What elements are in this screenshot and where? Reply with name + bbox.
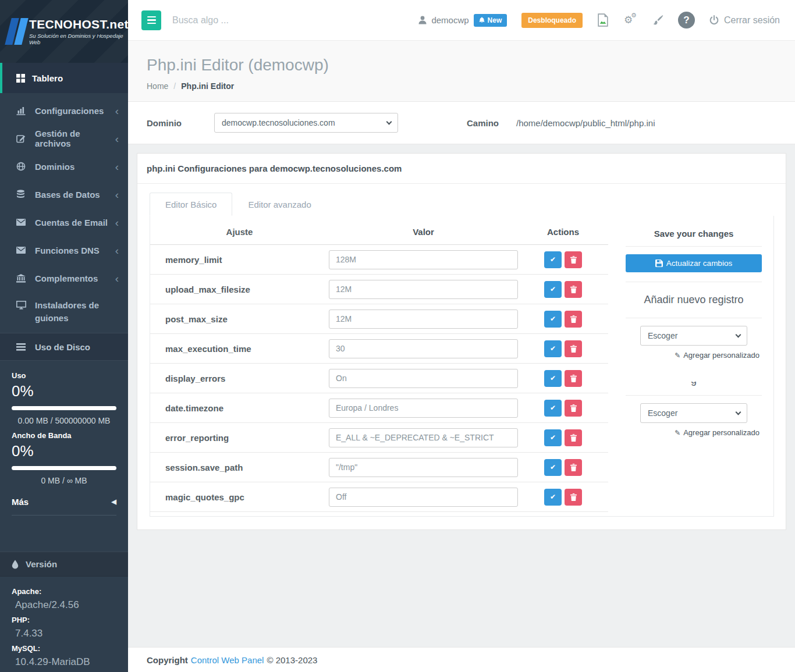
sidebar-item-instaladores[interactable]: Instaladores de guiones bbox=[0, 292, 128, 333]
delete-button[interactable] bbox=[565, 400, 582, 417]
sidebar-item-configuraciones[interactable]: Configuraciones ‹ bbox=[0, 97, 128, 125]
sidebar-item-funciones-dns[interactable]: Funciones DNS ‹ bbox=[0, 236, 128, 264]
delete-button[interactable] bbox=[565, 429, 582, 446]
pencil-icon: ✎ bbox=[675, 429, 680, 437]
sidebar: TECNOHOST.net Su Solución en Dominios y … bbox=[0, 0, 128, 672]
sidebar-item-label: Cuentas de Email bbox=[35, 218, 115, 227]
sidebar-menu: Configuraciones ‹ Gestión de archivos ‹ … bbox=[0, 93, 128, 333]
save-panel: Save your changes Actualizar cambios Aña… bbox=[608, 219, 773, 516]
domain-select[interactable]: democwp.tecnosoluciones.com bbox=[214, 113, 398, 133]
setting-value-input[interactable] bbox=[329, 310, 518, 329]
main-area: democwp New Desbloqueado ⚙ ⚙ ? Cerrar se… bbox=[128, 0, 795, 530]
apache-label: Apache: bbox=[12, 587, 118, 596]
user-menu[interactable]: democwp New bbox=[418, 14, 507, 27]
cwp-link[interactable]: Control Web Panel bbox=[191, 655, 264, 665]
droplet-icon bbox=[12, 560, 19, 569]
setting-name: error_reporting bbox=[150, 433, 329, 443]
apply-button[interactable]: ✔ bbox=[544, 251, 562, 268]
menu-toggle-button[interactable] bbox=[141, 10, 161, 30]
sidebar-item-dashboard[interactable]: Tablero bbox=[0, 63, 128, 93]
setting-value-input[interactable] bbox=[329, 369, 518, 388]
sidebar-item-gestion-archivos[interactable]: Gestión de archivos ‹ bbox=[0, 125, 128, 152]
delete-button[interactable] bbox=[565, 251, 582, 268]
sidebar-item-cuentas-email[interactable]: Cuentas de Email ‹ bbox=[0, 208, 128, 236]
delete-button[interactable] bbox=[565, 489, 582, 506]
usage-percent: 0% bbox=[12, 382, 116, 400]
check-icon: ✔ bbox=[550, 433, 556, 442]
trash-icon bbox=[570, 404, 577, 412]
delete-button[interactable] bbox=[565, 370, 582, 387]
usage-label: Uso bbox=[12, 371, 116, 380]
page-header: Php.ini Editor (democwp) Home / Php.ini … bbox=[128, 41, 795, 101]
floppy-icon bbox=[655, 259, 663, 267]
paintbrush-icon[interactable] bbox=[652, 15, 663, 26]
setting-value-input[interactable] bbox=[329, 458, 518, 477]
apply-button[interactable]: ✔ bbox=[544, 489, 562, 506]
settings-gears-icon[interactable]: ⚙ ⚙ bbox=[624, 13, 638, 27]
setting-value-input[interactable] bbox=[329, 339, 518, 358]
divider bbox=[626, 282, 762, 282]
sidebar-item-dominios[interactable]: Dominios ‹ bbox=[0, 152, 128, 180]
setting-value-input[interactable] bbox=[329, 250, 518, 269]
sidebar-item-disk-usage[interactable]: Uso de Disco bbox=[0, 333, 128, 361]
apply-button[interactable]: ✔ bbox=[544, 429, 562, 446]
add-custom-link[interactable]: ✎ Agregar personalizado bbox=[626, 428, 759, 437]
apply-button[interactable]: ✔ bbox=[544, 400, 562, 417]
new-setting-select[interactable]: Escoger bbox=[640, 326, 747, 346]
apply-button[interactable]: ✔ bbox=[544, 311, 562, 328]
apply-button[interactable]: ✔ bbox=[544, 281, 562, 298]
sidebar-item-bases-de-datos[interactable]: Bases de Datos ‹ bbox=[0, 180, 128, 208]
sidebar-item-complementos[interactable]: Complementos ‹ bbox=[0, 264, 128, 292]
trash-icon bbox=[570, 434, 577, 442]
apply-button[interactable]: ✔ bbox=[544, 459, 562, 476]
delete-button[interactable] bbox=[565, 311, 582, 328]
setting-name: max_execution_time bbox=[150, 344, 329, 354]
logout-button[interactable]: Cerrar sesión bbox=[709, 15, 780, 26]
tab-editor-avanzado[interactable]: Editor avanzado bbox=[232, 193, 326, 216]
more-toggle[interactable]: Más ◀ bbox=[12, 491, 116, 507]
search-input[interactable] bbox=[172, 15, 347, 26]
bar-chart-icon bbox=[16, 106, 29, 115]
setting-value-input[interactable] bbox=[329, 280, 518, 299]
brand-tagline: Su Solución en Dominios y Hospedaje Web bbox=[29, 33, 129, 45]
tab-editor-basico[interactable]: Editor Básico bbox=[150, 193, 232, 216]
update-changes-button[interactable]: Actualizar cambios bbox=[626, 254, 762, 272]
trash-icon bbox=[570, 345, 577, 353]
setting-name: memory_limit bbox=[150, 255, 329, 265]
sidebar-item-label: Funciones DNS bbox=[35, 246, 115, 255]
new-flag-select[interactable]: Escoger bbox=[640, 403, 747, 423]
setting-name: session.save_path bbox=[150, 463, 329, 472]
disk-usage-stats: Uso 0% 0.00 MB / 500000000 MB Ancho de B… bbox=[0, 361, 128, 515]
file-image-icon[interactable] bbox=[597, 13, 609, 27]
database-icon bbox=[16, 190, 29, 199]
sidebar-item-label: Dominios bbox=[35, 162, 115, 172]
delete-button[interactable] bbox=[565, 340, 582, 357]
logout-label: Cerrar sesión bbox=[724, 15, 780, 26]
setting-value-input[interactable] bbox=[329, 399, 518, 418]
new-notifications-badge[interactable]: New bbox=[474, 14, 507, 27]
apply-button[interactable]: ✔ bbox=[544, 370, 562, 387]
delete-button[interactable] bbox=[565, 459, 582, 476]
chevron-left-icon: ‹ bbox=[115, 161, 119, 172]
status-badge[interactable]: Desbloqueado bbox=[521, 13, 583, 28]
pencil-square-icon bbox=[16, 134, 29, 143]
add-custom-label: Agregar personalizado bbox=[683, 351, 759, 360]
add-custom-link[interactable]: ✎ Agregar personalizado bbox=[626, 351, 759, 360]
apply-button[interactable]: ✔ bbox=[544, 340, 562, 357]
help-icon[interactable]: ? bbox=[678, 12, 695, 29]
chevron-left-icon: ‹ bbox=[115, 245, 119, 256]
check-icon: ✔ bbox=[550, 463, 556, 471]
setting-value-input[interactable] bbox=[329, 428, 518, 447]
add-new-title: Añadir nuevo registro bbox=[626, 290, 762, 310]
breadcrumb: Home / Php.ini Editor bbox=[147, 81, 776, 91]
table-row: post_max_size ✔ bbox=[150, 304, 608, 334]
delete-button[interactable] bbox=[565, 281, 582, 298]
brand-logo[interactable]: TECNOHOST.net Su Solución en Dominios y … bbox=[0, 0, 128, 63]
setting-value-input[interactable] bbox=[329, 488, 518, 507]
breadcrumb-home-link[interactable]: Home bbox=[147, 81, 168, 91]
check-icon: ✔ bbox=[550, 374, 556, 382]
username: democwp bbox=[431, 15, 469, 25]
bandwidth-detail: 0 MB / ∞ MB bbox=[12, 476, 116, 485]
divider bbox=[626, 318, 762, 318]
version-header-label: Versión bbox=[26, 559, 57, 569]
